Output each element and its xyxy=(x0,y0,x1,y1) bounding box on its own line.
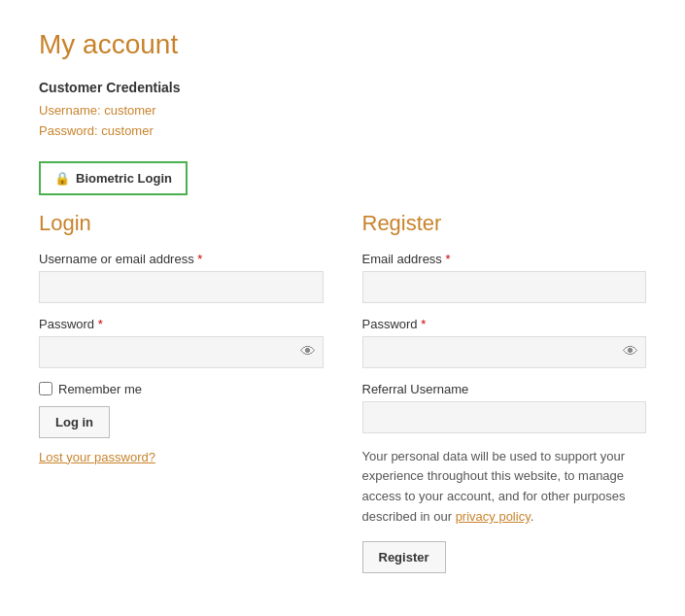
login-password-toggle-icon[interactable]: 👁 xyxy=(300,343,316,360)
register-password-input[interactable] xyxy=(362,336,647,368)
referral-field-group: Referral Username xyxy=(362,382,647,433)
login-password-field-group: Password * 👁 xyxy=(39,317,324,368)
credentials-username: Username: customer xyxy=(39,101,646,121)
email-input[interactable] xyxy=(362,271,647,303)
login-password-label: Password * xyxy=(39,317,324,331)
email-input-wrap xyxy=(362,271,647,303)
credentials-password: Password: customer xyxy=(39,121,646,142)
privacy-policy-link[interactable]: privacy policy xyxy=(456,509,531,524)
login-password-required: * xyxy=(98,317,103,331)
login-password-input[interactable] xyxy=(39,336,324,368)
main-columns: Login Username or email address * Passwo… xyxy=(39,211,646,573)
credentials-section: Customer Credentials Username: customer … xyxy=(39,80,646,142)
register-password-field-group: Password * 👁 xyxy=(362,317,647,368)
username-input-wrap xyxy=(39,271,324,303)
username-label: Username or email address * xyxy=(39,252,324,266)
privacy-text: Your personal data will be used to suppo… xyxy=(362,447,647,528)
register-column: Register Email address * Password * 👁 xyxy=(362,211,647,573)
referral-input[interactable] xyxy=(362,401,647,433)
lock-icon: 🔒 xyxy=(54,171,70,186)
referral-label: Referral Username xyxy=(362,382,647,396)
email-label: Email address * xyxy=(362,252,647,266)
remember-me-checkbox[interactable] xyxy=(39,382,52,395)
remember-me-label: Remember me xyxy=(58,382,142,396)
biometric-login-button[interactable]: 🔒 Biometric Login xyxy=(39,161,188,195)
login-button[interactable]: Log in xyxy=(39,406,110,438)
credentials-heading: Customer Credentials xyxy=(39,80,646,95)
register-password-label: Password * xyxy=(362,317,647,331)
biometric-login-label: Biometric Login xyxy=(76,171,172,186)
register-password-toggle-icon[interactable]: 👁 xyxy=(623,343,638,360)
referral-input-wrap xyxy=(362,401,647,433)
register-password-input-wrap: 👁 xyxy=(362,336,647,368)
login-password-input-wrap: 👁 xyxy=(39,336,324,368)
page-title: My account xyxy=(39,29,646,60)
username-field-group: Username or email address * xyxy=(39,252,324,303)
register-password-required: * xyxy=(421,317,426,331)
login-section-title: Login xyxy=(39,211,324,236)
register-button[interactable]: Register xyxy=(362,541,446,573)
register-section-title: Register xyxy=(362,211,647,236)
login-column: Login Username or email address * Passwo… xyxy=(39,211,324,573)
remember-me-group: Remember me xyxy=(39,382,324,396)
email-required: * xyxy=(446,252,451,266)
lost-password-link[interactable]: Lost your password? xyxy=(39,450,324,464)
email-field-group: Email address * xyxy=(362,252,647,303)
username-required: * xyxy=(197,252,202,266)
username-input[interactable] xyxy=(39,271,324,303)
